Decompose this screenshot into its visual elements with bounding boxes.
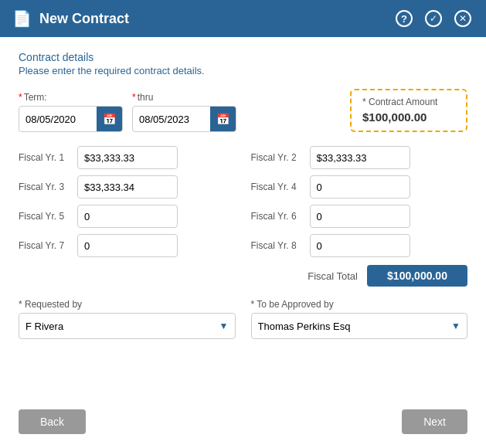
thru-input[interactable] (133, 110, 210, 128)
footer: Back Next (19, 409, 467, 434)
term-required-star: * (19, 92, 22, 103)
fiscal-total-value: $100,000.00 (367, 265, 467, 287)
fiscal-yr-5-input[interactable] (77, 205, 178, 228)
term-calendar-button[interactable]: 📅 (97, 107, 122, 131)
close-button[interactable]: ✕ (452, 8, 474, 29)
fiscal-yr-6-input[interactable] (310, 205, 410, 228)
fiscal-yr-3-label: Fiscal Yr. 3 (19, 182, 71, 192)
fiscal-row-7: Fiscal Yr. 7 (19, 234, 236, 257)
thru-field-group: *thru 📅 (132, 92, 236, 132)
approvers-row: * Requested by F Rivera Other ▼ * To be … (19, 299, 467, 339)
contract-amount-input[interactable] (362, 110, 455, 124)
document-icon: 📄 (12, 9, 32, 28)
next-button[interactable]: Next (402, 409, 467, 434)
term-label: *Term: (19, 92, 123, 103)
fiscal-yr-2-label: Fiscal Yr. 2 (251, 152, 304, 163)
section-subtitle: Please enter the required contract detai… (19, 65, 467, 76)
fiscal-row-8: Fiscal Yr. 8 (251, 234, 468, 257)
fiscal-yr-5-label: Fiscal Yr. 5 (19, 211, 71, 222)
requested-by-label: * Requested by (19, 299, 236, 310)
contract-amount-label: * Contract Amount (362, 97, 455, 107)
term-input-group: 📅 (19, 106, 123, 132)
term-row: *Term: 📅 *thru 📅 * Contract Amount (19, 89, 467, 132)
main-content: Contract details Please enter the requir… (0, 37, 486, 448)
fiscal-yr-3-input[interactable] (77, 175, 178, 199)
fiscal-row-4: Fiscal Yr. 4 (251, 175, 468, 199)
requested-by-select-wrapper: F Rivera Other ▼ (19, 313, 236, 339)
titlebar-actions: ? ✓ ✕ (393, 8, 474, 29)
thru-input-group: 📅 (132, 106, 236, 132)
fiscal-yr-4-label: Fiscal Yr. 4 (251, 182, 304, 192)
thru-label: *thru (132, 92, 236, 103)
help-button[interactable]: ? (393, 8, 415, 29)
confirm-button[interactable]: ✓ (423, 8, 444, 29)
fiscal-yr-7-label: Fiscal Yr. 7 (19, 240, 71, 251)
fiscal-yr-1-label: Fiscal Yr. 1 (19, 152, 71, 163)
fiscal-yr-6-label: Fiscal Yr. 6 (251, 211, 304, 222)
thru-required-star: * (132, 92, 136, 103)
term-field-group: *Term: 📅 (19, 92, 123, 132)
section-title: Contract details (19, 51, 467, 63)
titlebar: 📄 New Contract ? ✓ ✕ (0, 0, 486, 37)
calendar-icon-2: 📅 (216, 113, 229, 125)
approved-by-label: * To be Approved by (251, 299, 468, 310)
fiscal-yr-8-input[interactable] (310, 234, 410, 257)
term-input[interactable] (19, 110, 97, 128)
help-icon: ? (396, 10, 413, 27)
contract-amount-box: * Contract Amount (350, 89, 467, 132)
approved-by-input[interactable] (252, 317, 467, 335)
back-button[interactable]: Back (19, 409, 86, 434)
fiscal-grid: Fiscal Yr. 1 Fiscal Yr. 2 Fiscal Yr. 3 F… (19, 146, 467, 257)
requested-by-select[interactable]: F Rivera Other (19, 317, 235, 335)
page-title: New Contract (39, 11, 393, 27)
fiscal-row-5: Fiscal Yr. 5 (19, 205, 236, 228)
fiscal-row-6: Fiscal Yr. 6 (251, 205, 468, 228)
fiscal-row-2: Fiscal Yr. 2 (251, 146, 468, 169)
thru-calendar-button[interactable]: 📅 (210, 107, 236, 131)
approved-by-group: * To be Approved by ▼ (251, 299, 468, 339)
fiscal-yr-1-input[interactable] (77, 146, 178, 169)
fiscal-row-3: Fiscal Yr. 3 (19, 175, 236, 199)
check-icon: ✓ (425, 10, 442, 27)
fiscal-total-label: Fiscal Total (308, 270, 358, 282)
fiscal-yr-2-input[interactable] (310, 146, 410, 169)
calendar-icon: 📅 (103, 113, 116, 125)
close-icon: ✕ (454, 10, 471, 27)
fiscal-row-1: Fiscal Yr. 1 (19, 146, 236, 169)
fiscal-yr-4-input[interactable] (310, 175, 410, 199)
fiscal-yr-7-input[interactable] (77, 234, 178, 257)
requested-by-group: * Requested by F Rivera Other ▼ (19, 299, 236, 339)
fiscal-total-row: Fiscal Total $100,000.00 (19, 265, 467, 287)
fiscal-yr-8-label: Fiscal Yr. 8 (251, 240, 304, 251)
approved-by-select-wrapper: ▼ (251, 313, 468, 339)
